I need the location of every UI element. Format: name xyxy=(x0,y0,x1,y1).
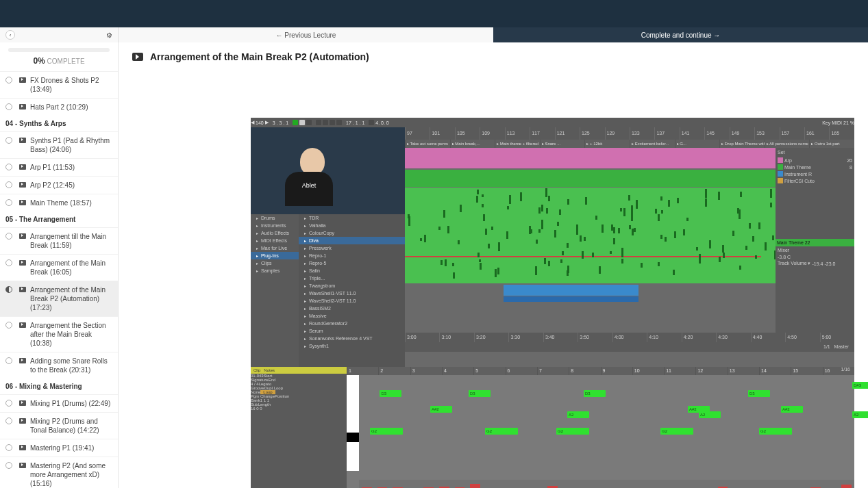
course-sidebar[interactable]: 0% COMPLETE FX Drones & Shots P2 (13:49)… xyxy=(0,42,119,488)
lesson-label: Arrangement of the Main Break (16:05) xyxy=(30,259,118,277)
play-icon[interactable] xyxy=(293,120,298,125)
section-header: 04 - Synths & Arps xyxy=(0,116,118,131)
lesson-item[interactable]: Arrangement of the Main Break P2 (Automa… xyxy=(0,281,118,316)
arrangement-markers[interactable]: ▸ Take out some percs▸ Main break,...▸ M… xyxy=(405,140,854,148)
previous-lecture-button[interactable]: ← Previous Lecture xyxy=(119,27,493,42)
midi-note[interactable]: G2 xyxy=(660,428,693,435)
lesson-item[interactable]: FX Drones & Shots P2 (13:49) xyxy=(0,71,118,98)
completion-circle-icon xyxy=(5,418,12,424)
lesson-label: Main Theme (18:57) xyxy=(30,198,96,207)
completion-circle-icon xyxy=(5,137,12,144)
lesson-label: Mixing P2 (Drums and Tonal Balance) (14:… xyxy=(30,417,118,435)
completion-circle-icon xyxy=(5,462,12,469)
midi-note[interactable]: A2 xyxy=(852,411,868,418)
progress-indicator: 0% COMPLETE xyxy=(0,42,118,71)
midi-note[interactable]: D3 xyxy=(469,390,491,397)
section-header: 05 - The Arrangement xyxy=(0,211,118,227)
lesson-label: Mastering P2 (And some more Arrangement … xyxy=(30,461,118,488)
daw-transport-bar[interactable]: ◀140▶ 3 . 3 . 1 17 . 1 . 1 4. 0. 0 KeyMI… xyxy=(251,118,854,127)
midi-clip-editor[interactable]: Clip Notes 01-043Start SignatureEnd 4 / … xyxy=(251,367,854,488)
video-icon xyxy=(19,463,26,468)
midi-note[interactable]: D#3 xyxy=(852,382,868,389)
lecture-title: Arrangement of the Main Break P2 (Automa… xyxy=(150,51,369,62)
beat-ruler[interactable]: 12345678910111213141516 xyxy=(347,367,854,375)
midi-note[interactable]: A2 xyxy=(699,411,721,418)
lesson-item[interactable]: Mixing P1 (Drums) (22:49) xyxy=(0,394,118,412)
midi-note[interactable]: A#2 xyxy=(430,406,452,413)
completion-circle-icon xyxy=(5,444,12,451)
lesson-label: Arp P1 (11:53) xyxy=(30,163,79,172)
midi-note[interactable]: D3 xyxy=(584,390,606,397)
time-ruler: 3:003:103:203:303:403:504:004:104:204:30… xyxy=(405,333,854,342)
daw-screenshot[interactable]: ◀140▶ 3 . 3 . 1 17 . 1 . 1 4. 0. 0 KeyMI… xyxy=(251,118,854,481)
video-icon xyxy=(19,77,26,83)
video-icon xyxy=(19,233,26,239)
completion-circle-icon xyxy=(5,286,12,293)
lesson-label: Mastering P1 (19:41) xyxy=(30,444,98,452)
lesson-label: Arp P2 (12:45) xyxy=(30,181,79,190)
instructor-webcam: Ablet xyxy=(251,127,405,214)
section-header: 06 - Mixing & Mastering xyxy=(0,378,118,394)
complete-continue-button[interactable]: Complete and continue → xyxy=(493,27,868,42)
lesson-item[interactable]: Arp P2 (12:45) xyxy=(0,176,118,194)
lesson-item[interactable]: Arp P1 (11:53) xyxy=(0,158,118,176)
video-icon xyxy=(19,287,26,292)
lesson-item[interactable]: Adding some Snare Rolls to the Break (20… xyxy=(0,352,118,378)
lesson-label: Arrangement the Section after the Main B… xyxy=(30,321,118,348)
track-mixer-panel[interactable]: SetArp20Main Theme8Instrument RFilterCSI… xyxy=(776,148,854,333)
midi-note[interactable]: A#2 xyxy=(781,406,803,413)
video-icon xyxy=(19,164,26,170)
midi-note[interactable]: G2 xyxy=(370,428,403,435)
lesson-item[interactable]: Main Theme (18:57) xyxy=(0,194,118,211)
completion-circle-icon xyxy=(5,259,12,266)
video-icon xyxy=(19,260,26,266)
daw-browser[interactable]: ▸Drums▸Instruments▸Audio Effects▸MIDI Ef… xyxy=(251,214,405,368)
bar-ruler[interactable]: 9710110510911311712112512913313714114514… xyxy=(405,127,854,140)
video-icon xyxy=(19,358,26,363)
midi-note[interactable]: G2 xyxy=(759,428,792,435)
completion-circle-icon xyxy=(5,164,12,170)
lesson-item[interactable]: Arrangement till the Main Break (11:59) xyxy=(0,227,118,254)
clip-properties-panel[interactable]: Clip Notes 01-043Start SignatureEnd 4 / … xyxy=(251,367,347,488)
video-icon xyxy=(19,200,26,205)
midi-note[interactable]: D3 xyxy=(748,390,770,397)
video-icon xyxy=(19,418,26,424)
piano-roll-keys[interactable] xyxy=(347,375,359,471)
video-icon xyxy=(19,182,26,188)
lesson-item[interactable]: Arrangement the Section after the Main B… xyxy=(0,316,118,352)
video-icon xyxy=(19,104,26,110)
completion-circle-icon xyxy=(5,181,12,188)
lecture-navbar: ‹ ⚙ ← Previous Lecture Complete and cont… xyxy=(0,27,868,42)
completion-circle-icon xyxy=(5,322,12,329)
lesson-item[interactable]: Mastering P2 (And some more Arrangement … xyxy=(0,457,118,488)
completion-circle-icon xyxy=(5,357,12,364)
back-button[interactable]: ‹ xyxy=(5,30,15,40)
lesson-item[interactable]: Synths P1 (Pad & Rhythm Bass) (24:06) xyxy=(0,131,118,158)
lesson-item[interactable]: Arrangement of the Main Break (16:05) xyxy=(0,254,118,281)
video-icon xyxy=(19,445,26,450)
midi-note[interactable]: A2 xyxy=(567,411,589,418)
lesson-label: Arrangement till the Main Break (11:59) xyxy=(30,232,118,250)
lesson-label: Synths P1 (Pad & Rhythm Bass) (24:06) xyxy=(30,136,118,154)
midi-note[interactable]: D3 xyxy=(380,390,401,397)
video-icon xyxy=(19,138,26,143)
lesson-label: Mixing P1 (Drums) (22:49) xyxy=(30,399,114,408)
midi-note[interactable]: G2 xyxy=(485,428,518,435)
lesson-item[interactable]: Mastering P1 (19:41) xyxy=(0,439,118,457)
lesson-item[interactable]: Mixing P2 (Drums and Tonal Balance) (14:… xyxy=(0,412,118,439)
stop-icon[interactable] xyxy=(299,120,305,125)
completion-circle-icon xyxy=(5,233,12,240)
settings-icon[interactable]: ⚙ xyxy=(106,31,112,39)
arrangement-tracks[interactable]: SetArp20Main Theme8Instrument RFilterCSI… xyxy=(405,148,854,333)
lesson-label: Hats Part 2 (10:29) xyxy=(30,103,92,112)
record-icon[interactable] xyxy=(306,120,312,125)
midi-note[interactable]: G2 xyxy=(556,428,589,435)
video-icon xyxy=(132,53,143,61)
lesson-item[interactable]: Hats Part 2 (10:29) xyxy=(0,98,118,116)
app-topbar xyxy=(0,0,868,27)
completion-circle-icon xyxy=(5,77,12,84)
velocity-lane[interactable] xyxy=(359,480,854,488)
lesson-label: Adding some Snare Rolls to the Break (20… xyxy=(30,357,118,374)
main-content: Arrangement of the Main Break P2 (Automa… xyxy=(119,42,868,488)
completion-circle-icon xyxy=(5,103,12,110)
